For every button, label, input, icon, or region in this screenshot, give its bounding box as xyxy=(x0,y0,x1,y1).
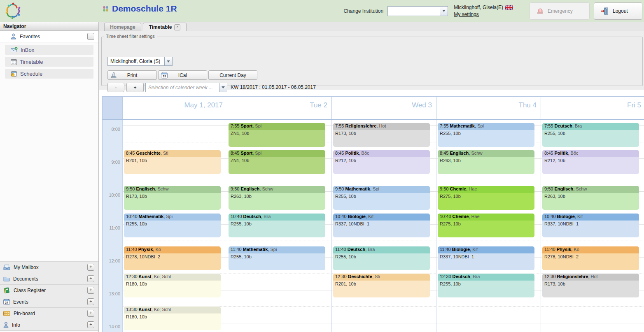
expand-button[interactable]: + xyxy=(87,275,94,282)
sidebar-section-label: Pin-board xyxy=(14,311,35,316)
person-icon xyxy=(11,33,16,39)
institution-select[interactable] xyxy=(387,6,448,16)
event-block[interactable]: 11:40 Physik, KöR278, 10NDBI_2 xyxy=(124,246,221,270)
my-settings-link[interactable]: My settings xyxy=(454,12,513,17)
book-icon xyxy=(3,287,10,294)
event-block[interactable]: 7:55 Religionslehre, HotR173, 10b xyxy=(333,123,430,147)
person-icon xyxy=(3,322,9,328)
filter-panel: Time sheet filter settings Micklinghoff,… xyxy=(99,31,644,90)
user-name: Micklinghoff, Gisela(E) xyxy=(454,5,503,10)
main-content: Homepage Timetable × Time sheet filter s… xyxy=(99,22,644,332)
chevron-down-icon[interactable] xyxy=(219,83,227,92)
event-title: 12:30 Deutsch, Bra xyxy=(438,274,534,281)
calendar-week-placeholder: Selection of calender week ... xyxy=(146,85,219,91)
event-block[interactable]: 8:45 Politik, BöcR212, 10b xyxy=(333,150,430,174)
sidebar-item-schedule[interactable]: Schedule xyxy=(5,69,93,79)
current-day-button[interactable]: Current Day xyxy=(208,70,257,80)
event-block[interactable]: 9:50 Chemie, HaeR275, 10b xyxy=(438,186,534,210)
uk-flag-icon xyxy=(505,5,513,10)
day-header-cell: Fri 5 xyxy=(541,97,644,119)
event-block[interactable]: 7:55 Mathematik, SpiR255, 10b xyxy=(438,123,534,147)
event-title: 10:40 Deutsch, Bra xyxy=(229,214,325,221)
person-select-value: Micklinghoff, Gloria (S) xyxy=(108,58,164,64)
siren-icon xyxy=(537,7,544,15)
event-block[interactable]: 11:40 Mathematik, SpiR255, 10b xyxy=(229,246,325,270)
close-icon[interactable]: × xyxy=(174,24,180,30)
sidebar-item-timetable[interactable]: Timetable xyxy=(5,57,93,67)
sidebar-item-inbox[interactable]: InBox xyxy=(5,45,93,55)
event-block[interactable]: 10:40 Mathematik, SpiR255, 10b xyxy=(124,214,221,237)
event-block[interactable]: 9:50 Mathematik, SpiR255, 10b xyxy=(333,186,430,210)
event-title: 8:45 Geschichte, Sti xyxy=(124,150,221,157)
sidebar-section-info[interactable]: Info + xyxy=(0,319,98,331)
logout-button[interactable]: Logout xyxy=(594,2,642,20)
sidebar-section-pin-board[interactable]: Pin-board + xyxy=(0,308,98,319)
event-room: R255, 10b xyxy=(438,130,534,137)
collapse-button[interactable]: − xyxy=(87,33,94,40)
tab-homepage[interactable]: Homepage xyxy=(104,23,141,31)
sidebar-section-events[interactable]: 24 Events + xyxy=(0,296,98,308)
event-room: R275, 10b xyxy=(438,221,534,227)
event-block[interactable]: 11:40 Deutsch, BraR255, 10b xyxy=(333,246,430,270)
sidebar-section-class-register[interactable]: Class Register + xyxy=(0,285,98,296)
event-room: R173, 10b xyxy=(542,281,639,287)
event-block[interactable]: 12:30 Kunst, Kö; SchlR180, 10b xyxy=(124,274,221,297)
page-title: Demoschule 1R xyxy=(112,4,177,14)
chevron-down-icon[interactable] xyxy=(440,7,448,16)
event-block[interactable]: 8:45 Geschichte, StiR201, 10b xyxy=(124,150,221,174)
event-room: R255, 10b xyxy=(229,221,325,227)
event-room: R212, 10b xyxy=(542,157,639,164)
event-block[interactable]: 10:40 Deutsch, BraR255, 10b xyxy=(229,214,325,237)
sidebar-section-label: Documents xyxy=(13,276,38,282)
favorites-label: Favorites xyxy=(20,34,40,39)
expand-button[interactable]: + xyxy=(87,264,94,271)
event-block[interactable]: 10:40 Biologie, KifR337, 10NDBI_1 xyxy=(542,214,639,237)
emergency-button[interactable]: Emergency xyxy=(530,2,590,20)
expand-button[interactable]: + xyxy=(87,298,94,305)
time-label: 12:00 xyxy=(104,258,120,263)
event-block[interactable]: 7:55 Deutsch, BraR255, 10b xyxy=(542,123,639,147)
sidebar-section-my-mailbox[interactable]: My Mailbox + xyxy=(0,261,98,273)
event-block[interactable]: 8:45 Sport, SpiZN1, 10b xyxy=(229,150,325,174)
event-block[interactable]: 12:30 Religionslehre, HotR173, 10b xyxy=(542,274,639,297)
event-block[interactable]: 10:40 Chemie, HaeR275, 10b xyxy=(438,214,534,237)
week-plus-button[interactable]: + xyxy=(126,83,144,92)
expand-button[interactable]: + xyxy=(87,321,94,328)
event-title: 10:40 Chemie, Hae xyxy=(438,214,534,221)
calendar-week-select[interactable]: Selection of calender week ... xyxy=(145,83,227,92)
day-header-cell: Tue 2 xyxy=(227,97,331,119)
event-block[interactable]: 8:45 Politik, BöcR212, 10b xyxy=(542,150,639,174)
event-room: R337, 10NDBI_1 xyxy=(542,221,639,227)
chevron-down-icon[interactable] xyxy=(164,57,172,65)
event-block[interactable]: 7:55 Sport, SpiZN1, 10b xyxy=(229,123,325,147)
expand-button[interactable]: + xyxy=(87,287,94,294)
event-block[interactable]: 9:50 Englisch, SchwR263, 10b xyxy=(229,186,325,210)
sidebar-section-label: Class Register xyxy=(14,288,46,293)
day-column: 7:55 Religionslehre, HotR173, 10b8:45 Po… xyxy=(331,120,436,332)
person-select[interactable]: Micklinghoff, Gloria (S) xyxy=(107,57,173,66)
event-block[interactable]: 13:30 Kunst, Kö; SchlR180, 10b xyxy=(124,306,221,330)
event-block[interactable]: 11:40 Biologie, KifR337, 10NDBI_1 xyxy=(438,246,534,270)
day-column: 7:55 Mathematik, SpiR255, 10b8:45 Englis… xyxy=(436,120,541,332)
favorites-section-header[interactable]: Favorites − xyxy=(0,31,98,42)
filter-legend: Time sheet filter settings xyxy=(104,34,157,39)
tab-timetable[interactable]: Timetable × xyxy=(143,23,187,31)
event-title: 9:50 Mathematik, Spi xyxy=(333,186,430,193)
event-block[interactable]: 11:40 Physik, KöR278, 10NDBI_2 xyxy=(542,246,639,270)
event-block[interactable]: 8:45 Englisch, SchwR263, 10b xyxy=(438,150,534,174)
expand-button[interactable]: + xyxy=(87,310,94,317)
event-title: 9:50 Englisch, Schw xyxy=(542,186,639,193)
ical-calendar-icon: 23 xyxy=(161,72,168,79)
event-block[interactable]: 12:30 Geschichte, StiR201, 10b xyxy=(333,274,430,297)
ical-button[interactable]: 23 ICal xyxy=(158,70,207,80)
event-block[interactable]: 12:30 Deutsch, BraR255, 10b xyxy=(438,274,534,297)
sidebar-section-documents[interactable]: Documents + xyxy=(0,273,98,285)
event-room: R263, 10b xyxy=(542,193,639,200)
sidebar-section-label: My Mailbox xyxy=(14,265,39,270)
event-block[interactable]: 9:50 Englisch, SchwR173, 10b xyxy=(124,186,221,210)
event-room: R255, 10b xyxy=(333,193,430,200)
week-minus-button[interactable]: - xyxy=(107,83,124,92)
event-block[interactable]: 10:40 Biologie, KifR337, 10NDBI_1 xyxy=(333,214,430,237)
event-block[interactable]: 9:50 Englisch, SchwR263, 10b xyxy=(542,186,639,210)
print-button[interactable]: Print xyxy=(107,70,157,80)
